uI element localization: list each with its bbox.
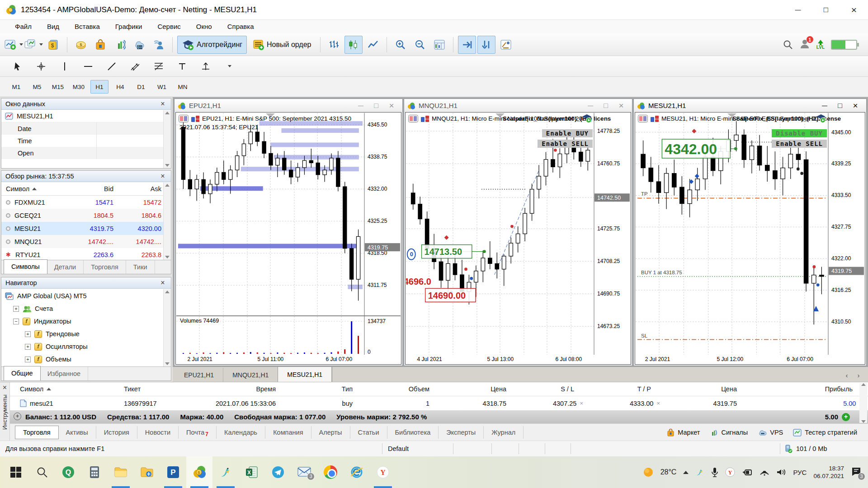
tab-experts[interactable]: Эксперты [439,426,484,439]
expand-icon[interactable]: + [25,344,31,350]
maximize-button[interactable] [832,100,848,111]
language-indicator[interactable]: РУС [793,469,807,476]
nav-item-indicators[interactable]: − Индикаторы [1,315,171,328]
scrollbar[interactable] [163,289,171,366]
close-icon[interactable] [1,384,9,392]
taskbar-telegram[interactable] [265,456,291,488]
chart-window-titlebar[interactable]: EPU21,H1 [175,99,402,112]
scrollbar[interactable] [859,383,867,423]
chart-window-titlebar[interactable]: MNQU21,H1 [404,99,632,112]
horizontal-line-tool[interactable] [82,61,94,72]
scrollbar[interactable] [163,183,171,260]
ea-status-icon[interactable] [816,114,826,124]
minimize-button[interactable] [583,100,598,111]
market-row-mesu21[interactable]: MESU214319.754320.00 [1,222,171,235]
speaker-icon[interactable] [776,468,786,476]
depth-of-market-icon[interactable] [191,115,200,122]
scroll-up-icon[interactable] [861,383,866,386]
zoom-in-button[interactable] [392,36,410,54]
scroll-down-icon[interactable] [165,362,170,365]
market-button[interactable]: Маркет [667,428,700,436]
algotrading-toggle[interactable]: Алготрейдинг [177,36,247,54]
tab-news[interactable]: Новости [137,426,179,439]
notifications-button[interactable]: 1 [799,38,810,51]
tab-journal[interactable]: Журнал [484,426,524,439]
menu-file[interactable]: Файл [7,20,39,33]
chart-tab-mesu21[interactable]: MESU21,H1 [278,367,332,382]
enable-buy-button[interactable]: Enable BUY [542,129,593,137]
hummingbird-tray-icon[interactable] [695,468,704,477]
tab-trade[interactable]: Торговля [15,426,58,439]
tab-company[interactable]: Компания [265,426,311,439]
ea-status-icon[interactable] [582,114,592,124]
nav-item-volumes[interactable]: + Объемы [1,353,171,366]
close-icon[interactable] [159,100,167,108]
expand-icon[interactable]: + [25,331,31,337]
scroll-down-icon[interactable] [861,420,866,423]
tab-articles[interactable]: Статьи [350,426,387,439]
add-funds-icon[interactable] [842,413,850,421]
tab-favorites[interactable]: Избранное [40,367,88,380]
tf-m15[interactable]: M15 [49,80,67,94]
scrollbar[interactable] [163,110,171,168]
temperature-label[interactable]: 28°C [660,468,677,476]
nav-item-accounts[interactable]: + Счета [1,302,171,315]
taskbar-chrome[interactable] [317,456,344,488]
taskbar-metatrader5[interactable]: 5 [186,456,212,488]
trade-table-header[interactable]: Символ Тикет Время Тип Объем Цена S / L … [10,382,868,396]
collapse-icon[interactable]: − [13,319,19,324]
microphone-icon[interactable] [711,467,718,477]
profiles-button[interactable] [24,36,43,54]
tab-scroll-left-icon[interactable]: ‹ [842,371,852,379]
clock[interactable]: 18:37 06.07.2021 [813,465,844,480]
trendline-tool[interactable] [106,61,118,72]
close-icon[interactable] [384,100,399,111]
maximize-button[interactable] [368,100,384,111]
taskbar-hummingbird-app[interactable] [212,456,239,488]
nav-item-oscillators[interactable]: + Осцилляторы [1,340,171,353]
tf-mn[interactable]: MN [174,80,192,94]
tab-alerts[interactable]: Алерты [311,426,350,439]
one-click-trading-icon[interactable] [638,115,648,122]
yandex-tray-icon[interactable]: Y [725,467,735,477]
nav-item-terminal[interactable]: AMP Global (USA) MT5 [1,290,171,302]
more-tools-dropdown[interactable] [223,61,235,72]
scroll-up-icon[interactable] [165,291,170,293]
close-button[interactable] [840,0,868,20]
signals-button[interactable] [111,36,129,54]
enable-sell-button[interactable]: Enable SELL [538,140,593,148]
tf-m30[interactable]: M30 [70,80,88,94]
signals-button[interactable]: Сигналы [710,428,748,436]
deposit-button[interactable]: $ [44,36,62,54]
taskbar-search-button[interactable] [29,456,55,488]
tab-symbols[interactable]: Символы [4,260,47,274]
scroll-down-icon[interactable] [165,256,170,258]
minimize-button[interactable] [817,100,832,111]
menu-tools[interactable]: Сервис [150,20,188,33]
chart-window-titlebar[interactable]: MESU21,H1 [634,99,866,112]
tf-d1[interactable]: D1 [132,80,150,94]
tab-history[interactable]: История [96,426,137,439]
close-icon[interactable] [159,172,167,180]
mesu21-chart-canvas[interactable]: 4345.004339.254333.504327.754322.004316.… [636,113,864,364]
menu-insert[interactable]: Вставка [67,20,108,33]
taskbar-internet-explorer[interactable] [344,456,370,488]
close-icon[interactable] [848,100,863,111]
tf-m5[interactable]: M5 [28,80,46,94]
candle-chart-mode-button[interactable] [344,36,363,54]
market-watch-columns[interactable]: Символ Bid Ask [1,182,171,196]
strategy-tester-button[interactable]: Тестер стратегий [793,429,857,436]
expand-icon[interactable]: + [13,306,19,312]
fibonacci-tool[interactable] [153,61,165,72]
tf-h4[interactable]: H4 [111,80,129,94]
power-plug-icon[interactable] [742,468,753,476]
one-click-trading-icon[interactable] [179,115,189,122]
market-button[interactable] [91,36,109,54]
community-button[interactable] [150,36,168,54]
new-order-button[interactable]: Новый ордер [248,36,316,54]
objects-window-button[interactable] [497,36,515,54]
tab-ticks[interactable]: Тики [126,260,155,274]
tab-library[interactable]: Библиотека [387,426,439,439]
one-click-trading-icon[interactable] [408,115,418,122]
maximize-button[interactable] [812,0,840,20]
